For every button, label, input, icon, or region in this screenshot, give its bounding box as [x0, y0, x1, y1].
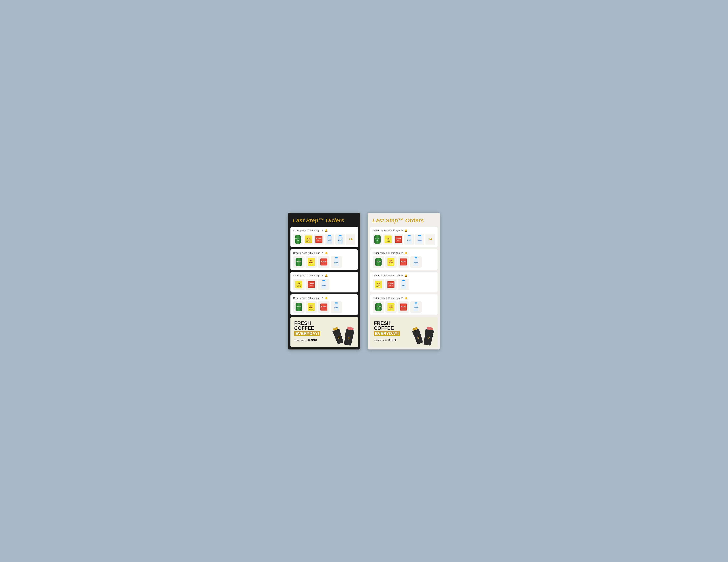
light-bell-icon-4: 🔔 [404, 296, 407, 299]
svg-text:ALTOIDS: ALTOIDS [316, 238, 322, 240]
light-product-bottle-4: WATER [410, 301, 422, 313]
dark-promo-cups: V V [331, 327, 356, 347]
svg-text:TOP: TOP [297, 283, 300, 284]
svg-rect-72 [408, 235, 410, 236]
flag-icon-3: ⚑ [321, 274, 324, 277]
bell-icon-1: 🔔 [325, 229, 328, 232]
dark-order-card-3: Order placed 13 min ago ⚑ 🔔 TOP RAMEN CH… [290, 272, 358, 292]
svg-text:RAMEN: RAMEN [309, 262, 313, 263]
svg-rect-87 [415, 257, 417, 259]
svg-text:TOP: TOP [390, 305, 392, 307]
svg-text:SMALLS: SMALLS [402, 307, 405, 308]
light-flag-icon-2: ⚑ [401, 252, 403, 255]
dark-panel-title: Last Step™ Orders [293, 217, 356, 224]
svg-text:ALTOIDS: ALTOIDS [309, 283, 314, 284]
svg-text:RAMEN: RAMEN [389, 262, 393, 263]
light-panel-header: Last Step™ Orders [368, 213, 440, 227]
light-products-row-3: TOP RAMEN CHICKEN ALTOIDS SMALLS [373, 279, 435, 290]
product-can-2: CANADA DRY [293, 256, 304, 268]
svg-text:CHICKEN: CHICKEN [309, 309, 313, 310]
light-cup-front-icon: V [421, 327, 436, 347]
svg-text:WATER: WATER [418, 240, 422, 241]
plus-more-1: +4 [346, 234, 355, 245]
dark-promo-everyday: EVERYDAY! [294, 331, 320, 336]
svg-text:CHICKEN: CHICKEN [306, 241, 310, 242]
svg-text:CANADA: CANADA [376, 306, 381, 307]
light-order-header-2: Order placed 13 min ago ⚑ 🔔 [373, 252, 435, 255]
light-promo-price-block: STARTING AT 0.99¢ [374, 338, 400, 342]
dark-promo-price: 0.99¢ [308, 338, 317, 342]
svg-rect-13 [328, 235, 331, 236]
light-product-bottle-1: WATER [404, 234, 414, 245]
product-altoids-4: ALTOIDS SMALLS [318, 301, 329, 313]
light-order-header-4: Order placed 13 min ago ⚑ 🔔 [373, 296, 435, 299]
light-order-card-3: Order placed 13 min ago ⚑ 🔔 TOP RAMEN CH… [370, 272, 438, 292]
svg-text:TOP: TOP [390, 260, 392, 262]
light-order-card-2: Order placed 13 min ago ⚑ 🔔 CANADA DRY [370, 249, 438, 270]
svg-text:CANADA: CANADA [295, 238, 300, 240]
flag-icon-2: ⚑ [321, 252, 324, 255]
light-product-altoids-3: ALTOIDS SMALLS [385, 279, 397, 290]
light-product-noodles-2: TOP RAMEN CHICKEN [385, 256, 397, 268]
svg-text:CANADA: CANADA [296, 261, 301, 262]
light-plus-more-1: +4 [425, 234, 435, 245]
light-product-can-1: CANADA DRY [373, 234, 382, 245]
dark-order-time-1: Order placed 13 min ago [293, 229, 320, 232]
light-flag-icon-1: ⚑ [401, 229, 403, 232]
svg-text:WATER: WATER [328, 240, 331, 241]
light-orders-section: Order placed 13 min ago ⚑ 🔔 CANADA DRY [368, 227, 440, 315]
svg-text:DRY: DRY [377, 307, 379, 308]
svg-rect-53 [335, 302, 338, 303]
svg-text:TOP: TOP [310, 260, 313, 262]
svg-text:WATER: WATER [414, 262, 418, 263]
svg-text:SMALLS: SMALLS [317, 240, 321, 241]
light-product-noodles-1: TOP RAMEN CHICKEN [383, 234, 393, 245]
light-product-noodles-4: TOP RAMEN CHICKEN [385, 301, 397, 313]
light-order-card-4: Order placed 13 min ago ⚑ 🔔 CANADA DRY [370, 294, 438, 315]
light-product-bottle-2: WATER [410, 256, 422, 268]
light-flag-icon-4: ⚑ [401, 296, 403, 299]
svg-text:ALTOIDS: ALTOIDS [321, 261, 327, 262]
svg-text:SMALLS: SMALLS [402, 263, 405, 264]
product-noodles-1: TOP RAMEN CHICKEN [304, 234, 313, 245]
svg-text:CANADA: CANADA [376, 261, 381, 262]
light-order-time-2: Order placed 13 min ago [373, 252, 400, 255]
svg-text:CHICKEN: CHICKEN [386, 241, 390, 242]
product-noodles-4: TOP RAMEN CHICKEN [306, 301, 317, 313]
svg-text:WATER: WATER [338, 240, 342, 241]
svg-text:SMALLS: SMALLS [397, 240, 400, 241]
product-bottle-3: WATER [318, 279, 329, 290]
product-bottle-4: WATER [331, 301, 342, 313]
light-promo-starting: STARTING AT [374, 339, 387, 341]
dark-promo-text: FRESH COFFEE EVERYDAY! STARTING AT 0.99¢ [294, 321, 320, 342]
product-altoids-1: ALTOIDS SMALLS [314, 234, 324, 245]
svg-text:CANADA: CANADA [375, 238, 380, 240]
dark-cup-front-icon: V [342, 327, 356, 347]
svg-text:RAMEN: RAMEN [309, 307, 313, 308]
dark-order-time-2: Order placed 13 min ago [293, 252, 320, 255]
light-order-time-3: Order placed 13 min ago [373, 274, 400, 277]
svg-rect-29 [335, 257, 338, 259]
product-bottle-1: WATER [325, 234, 334, 245]
dark-order-time-4: Order placed 13 min ago [293, 296, 320, 299]
dark-promo-banner: FRESH COFFEE EVERYDAY! STARTING AT 0.99¢ [290, 317, 358, 347]
dark-products-row-1: CANADA DRY [293, 234, 355, 245]
svg-text:TOP: TOP [307, 238, 310, 239]
product-bottle2-1: WATER [335, 234, 345, 245]
svg-text:RAMEN: RAMEN [306, 239, 310, 241]
svg-text:ALTOIDS: ALTOIDS [401, 306, 406, 307]
light-panel: Last Step™ Orders Order placed 13 min ag… [368, 213, 440, 349]
dark-order-header-3: Order placed 13 min ago ⚑ 🔔 [293, 274, 355, 277]
product-can-green-1: CANADA DRY [293, 234, 303, 245]
dark-products-row-4: CANADA DRY TOP RAMEN CHICKEN [293, 301, 355, 313]
light-product-can-4: CANADA DRY [373, 301, 384, 313]
svg-text:DRY: DRY [298, 307, 300, 308]
svg-rect-97 [402, 280, 405, 281]
panels-container: Last Step™ Orders Order placed 13 min ag… [288, 213, 440, 349]
svg-text:CHICKEN: CHICKEN [389, 309, 393, 310]
dark-order-card-4: Order placed 13 min ago ⚑ 🔔 CANADA DRY [290, 294, 358, 315]
dark-panel-header: Last Step™ Orders [288, 213, 360, 227]
product-noodles-2: TOP RAMEN CHICKEN [306, 256, 317, 268]
light-product-altoids-2: ALTOIDS SMALLS [398, 256, 409, 268]
svg-text:WATER: WATER [334, 262, 338, 263]
